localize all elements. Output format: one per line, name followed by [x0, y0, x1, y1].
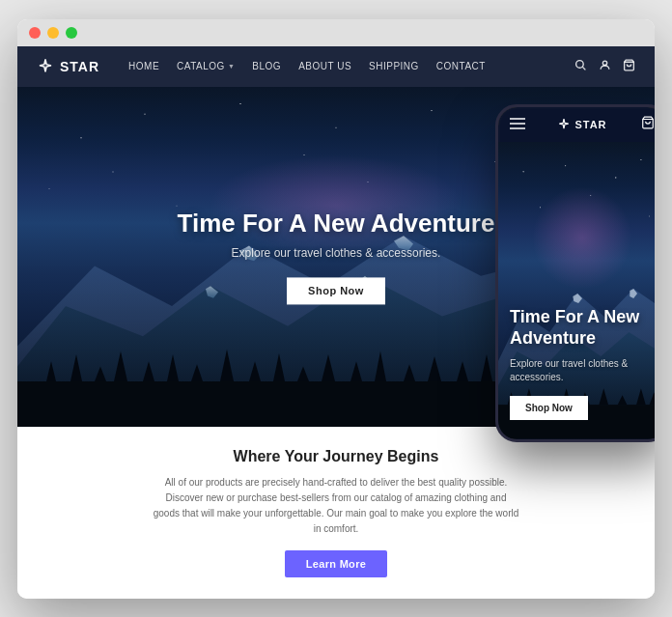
nav-contact[interactable]: CONTACT: [436, 61, 486, 71]
mobile-hero: Time For A New Adventure Explore our tra…: [498, 142, 655, 439]
maximize-button[interactable]: [66, 27, 77, 39]
mobile-hero-title: Time For A New Adventure: [510, 307, 655, 349]
mobile-logo-text: STAR: [574, 119, 606, 130]
bottom-title: Where Your Journey Begins: [56, 448, 616, 465]
svg-line-1: [582, 67, 585, 70]
browser-content: STAR HOME CATALOG ▼ BLOG ABOUT US: [17, 46, 655, 599]
bottom-section: Where Your Journey Begins All of our pro…: [17, 427, 655, 599]
nav-home[interactable]: HOME: [128, 61, 159, 71]
mobile-hero-subtitle: Explore our travel clothes & accessories…: [510, 357, 655, 384]
learn-more-button[interactable]: Learn More: [285, 550, 387, 577]
nav-links: HOME CATALOG ▼ BLOG ABOUT US SHIPPING: [128, 61, 574, 71]
user-icon[interactable]: [599, 59, 611, 74]
hero-title: Time For A New Adventure: [113, 209, 559, 238]
nav-shipping[interactable]: SHIPPING: [369, 61, 419, 71]
navigation: STAR HOME CATALOG ▼ BLOG ABOUT US: [17, 46, 655, 87]
close-button[interactable]: [29, 27, 41, 39]
hero-content: Time For A New Adventure Explore our tra…: [113, 209, 559, 304]
mobile-phone: STAR: [495, 104, 655, 442]
svg-point-2: [602, 61, 606, 65]
mobile-navigation: STAR: [498, 107, 655, 142]
mobile-cart-icon[interactable]: [619, 116, 656, 132]
hero-shop-now-button[interactable]: Shop Now: [287, 277, 385, 304]
nav-blog[interactable]: BLOG: [252, 61, 281, 71]
nav-catalog[interactable]: CATALOG ▼: [177, 61, 235, 71]
star-logo-icon: [37, 58, 54, 75]
nav-action-icons: [574, 59, 635, 74]
title-bar: [17, 19, 655, 46]
search-icon[interactable]: [574, 59, 587, 74]
minimize-button[interactable]: [47, 27, 59, 39]
nav-logo[interactable]: STAR: [37, 58, 99, 75]
nav-about[interactable]: ABOUT US: [298, 61, 351, 71]
catalog-dropdown-icon: ▼: [228, 63, 235, 70]
cart-icon[interactable]: [623, 59, 635, 74]
hero-subtitle: Explore our travel clothes & accessories…: [113, 246, 559, 260]
mobile-inner: STAR: [498, 107, 655, 439]
logo-text: STAR: [60, 59, 99, 74]
mobile-hero-content: Time For A New Adventure Explore our tra…: [510, 307, 655, 419]
bottom-text: All of our products are precisely hand-c…: [153, 475, 519, 537]
mac-window: STAR HOME CATALOG ▼ BLOG ABOUT US: [17, 19, 655, 599]
svg-point-0: [576, 60, 584, 68]
mobile-shop-now-button[interactable]: Shop Now: [510, 396, 588, 420]
hamburger-icon[interactable]: [510, 117, 546, 132]
mobile-logo[interactable]: STAR: [546, 118, 619, 131]
